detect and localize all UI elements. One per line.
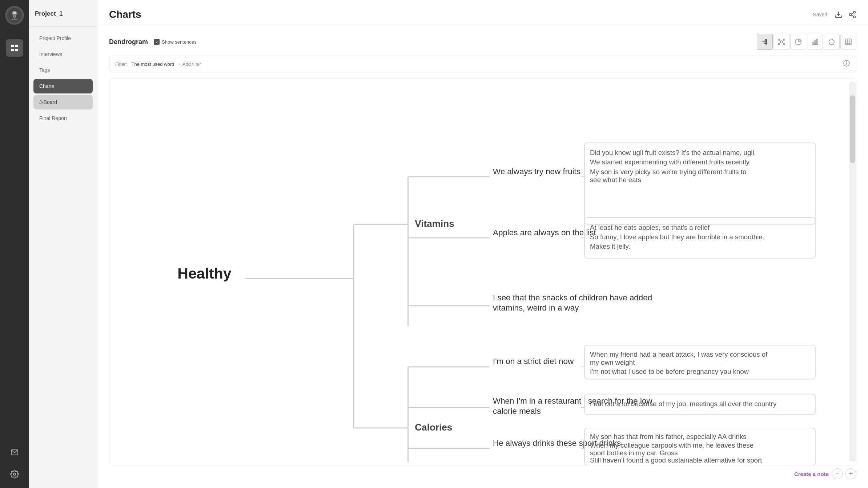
download-button[interactable] [835, 11, 843, 19]
sidebar-item-charts[interactable]: Charts [33, 79, 93, 93]
filter-active[interactable]: The most used word [132, 61, 174, 67]
page-title: Charts [109, 9, 141, 20]
svg-point-7 [15, 15, 16, 17]
filter-info-icon[interactable] [843, 60, 850, 68]
svg-point-27 [765, 43, 767, 44]
svg-rect-8 [11, 45, 14, 47]
sidebar-item-project-profile[interactable]: Project Profile [33, 31, 93, 45]
chart-label-row: Dendrogram ✓ Show sentences [109, 38, 196, 46]
chart-btn-pie[interactable] [790, 34, 806, 50]
zoom-in-button[interactable]: + [845, 468, 856, 479]
svg-line-36 [783, 43, 783, 43]
subcategory-vitamins: Vitamins [415, 218, 454, 229]
sentence-restaurant-1: I eat out a lot because of my job, meeti… [590, 400, 777, 408]
sidebar: Project_1 Project Profile Interviews Tag… [29, 0, 97, 488]
svg-text:Makes it jelly.: Makes it jelly. [590, 243, 630, 250]
share-button[interactable] [848, 11, 856, 19]
main-content: Charts Saved! [97, 0, 868, 488]
sidebar-item-j-board[interactable]: J-Board [33, 95, 93, 109]
filter-label: Filter: [115, 61, 127, 67]
svg-point-28 [780, 41, 783, 43]
header-actions: Saved! [813, 11, 856, 19]
svg-rect-39 [812, 43, 813, 45]
filter-add-button[interactable]: + Add filter [178, 61, 201, 67]
main-header: Charts Saved! [97, 0, 868, 25]
chart-type-label: Dendrogram [109, 38, 148, 46]
settings-icon[interactable] [7, 466, 23, 482]
sentence-diet-2: I'm not what I used to be before pregnan… [590, 368, 749, 375]
create-note-button[interactable]: Create a note [794, 471, 829, 477]
show-sentences-checkbox[interactable]: ✓ [154, 39, 160, 45]
sentence-sport-1: My son has that from his father, especia… [590, 433, 746, 440]
avatar[interactable] [5, 6, 24, 25]
sidebar-item-final-report[interactable]: Final Report [33, 111, 93, 125]
svg-rect-43 [845, 39, 851, 45]
svg-point-16 [849, 13, 852, 16]
svg-line-34 [783, 40, 783, 41]
item-apples: Apples are always on the list [493, 228, 596, 237]
nav-grid-icon[interactable] [6, 39, 23, 57]
chart-btn-pentagon[interactable] [824, 34, 840, 50]
sentence-fruits-1: Did you know ugli fruit exists? It's the… [590, 149, 756, 156]
svg-line-35 [780, 43, 780, 43]
svg-point-30 [783, 39, 785, 40]
subcategory-calories: Calories [415, 422, 452, 433]
svg-point-17 [853, 16, 856, 18]
svg-point-50 [846, 62, 847, 63]
svg-line-18 [851, 15, 853, 16]
svg-text:see what he eats: see what he eats [590, 176, 641, 184]
chart-controls-bar: Dendrogram ✓ Show sentences [109, 34, 856, 50]
svg-rect-41 [816, 40, 818, 45]
icon-bar [0, 0, 29, 488]
chart-btn-table[interactable] [840, 34, 856, 50]
dendrogram-container[interactable]: Healthy Vitamins We always try new fruit… [109, 78, 856, 465]
item-diet: I'm on a strict diet now [493, 357, 574, 366]
svg-point-13 [13, 473, 16, 475]
svg-line-19 [851, 13, 853, 14]
sentence-diet-1: When my friend had a heart attack, I was… [590, 351, 768, 358]
svg-text:my own weight: my own weight [590, 359, 635, 366]
project-title: Project_1 [29, 0, 97, 27]
chart-btn-dendrogram[interactable] [757, 34, 773, 50]
chart-btn-network[interactable] [773, 34, 789, 50]
category-healthy: Healthy [177, 265, 232, 282]
create-note-bar: Create a note − + [109, 465, 856, 479]
svg-text:calorie meals: calorie meals [493, 407, 541, 416]
svg-rect-11 [15, 49, 18, 51]
mail-icon[interactable] [7, 444, 23, 460]
svg-point-15 [853, 11, 856, 13]
svg-rect-80 [850, 95, 855, 163]
svg-point-29 [778, 39, 780, 40]
sidebar-nav: Project Profile Interviews Tags Charts J… [29, 27, 97, 130]
chart-type-buttons [757, 34, 856, 50]
item-snacks: I see that the snacks of children have a… [493, 293, 652, 302]
chart-area: Dendrogram ✓ Show sentences [97, 25, 868, 488]
svg-point-26 [765, 41, 767, 43]
chart-btn-bar[interactable] [807, 34, 823, 50]
show-sentences-toggle[interactable]: ✓ Show sentences [154, 39, 196, 45]
show-sentences-label: Show sentences [162, 39, 196, 45]
svg-text:sport bottles in my car. Gross: sport bottles in my car. Gross [590, 449, 678, 457]
sentence-sport-2: When my colleague carpools with me, he l… [590, 441, 754, 449]
sentence-apples-1: At least he eats apples, so that's a rel… [590, 224, 710, 231]
svg-rect-40 [814, 41, 816, 45]
svg-point-32 [783, 43, 785, 45]
sentence-apples-2: So funny, I love apples but they are hor… [590, 233, 764, 241]
sentence-fruits-2: We started experimenting with different … [590, 158, 750, 166]
svg-rect-9 [15, 45, 18, 47]
sidebar-item-tags[interactable]: Tags [33, 63, 93, 77]
item-fruits: We always try new fruits [493, 167, 580, 176]
svg-point-31 [778, 43, 780, 45]
sentence-sport-3: Still haven't found a good sustainable a… [590, 456, 762, 464]
sentence-fruits-3: My son is very picky so we're trying dif… [590, 168, 746, 176]
svg-rect-10 [11, 49, 14, 51]
svg-marker-42 [829, 39, 835, 44]
svg-point-6 [13, 15, 14, 17]
svg-point-25 [765, 39, 767, 41]
filter-bar: Filter: The most used word + Add filter [109, 56, 856, 72]
saved-label: Saved! [813, 12, 829, 17]
svg-line-33 [780, 40, 780, 41]
icon-bar-bottom [7, 444, 23, 482]
sidebar-item-interviews[interactable]: Interviews [33, 47, 93, 61]
zoom-out-button[interactable]: − [832, 468, 843, 479]
